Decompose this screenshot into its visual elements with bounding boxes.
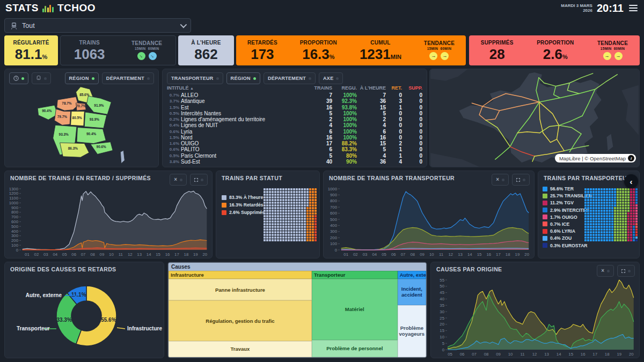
treemap-cell[interactable]: Incident, accident [398,279,426,305]
svg-text:13: 13 [137,252,142,257]
causes-treemap[interactable]: Causes InfrastructurePanne infrastructur… [168,262,427,358]
table-row[interactable]: 0.2%Lignes d'aménagement du territoire21… [167,116,422,122]
column-trains[interactable]: TRAINS [313,85,332,91]
table-row[interactable]: 1.5%Nord16100%1600 [167,135,422,141]
svg-text:20: 20 [440,322,444,327]
origine-donut-chart[interactable]: 55.6%33.3%11.1% [5,273,164,358]
svg-text:14: 14 [467,252,472,257]
svg-text:80.5%: 80.5% [72,116,82,120]
transporteur-waffle-chart[interactable] [584,188,638,241]
treemap-group[interactable]: Autre, externeIncident, accidentProblème… [398,271,426,357]
kpi-trains: TRAINS 1063 TENDANCE 15MIN 60MIN → → [60,35,176,65]
kpi-regularite: RÉGULARITÉ 81.1% [4,35,58,65]
table-row[interactable]: 0.5%Intercités Nantes5100%500 [167,110,422,116]
svg-text:19: 19 [617,352,621,357]
table-row[interactable]: 0.4%Lignes de NUIT4100%400 [167,122,422,128]
treemap-cell[interactable]: Matériel [312,279,398,340]
table-filter-departement[interactable]: DÉPARTEMENT [264,72,316,84]
svg-text:700: 700 [11,215,19,219]
table-row[interactable]: 3.7%Atlantique3992.3%3630 [167,98,422,104]
legend-item: 16.3% Retardés [222,202,265,208]
table-filter-region[interactable]: RÉGION [226,72,260,84]
svg-text:800: 800 [11,210,19,215]
treemap-group-header[interactable]: Transporteur [312,271,398,279]
svg-text:1200: 1200 [9,191,19,196]
current-date: MARDI 3 MARS2026 [561,3,592,13]
svg-text:800: 800 [330,198,338,203]
train-icon [36,76,41,81]
scope-select-value: Tout [22,22,35,29]
panel-france-map: RÉGION DÉPARTEMENT 85.6%78.7%70.7%91.9%9… [4,69,159,167]
panel-transporteur-evolution: NOMBRE DE TRAINS PAR TRANSPORTEUR × 0100… [323,171,535,258]
treemap-cell[interactable]: Travaux [169,341,312,357]
svg-text:600: 600 [11,219,19,224]
treemap-cell[interactable]: Régulation, gestion du trafic [169,300,312,341]
svg-text:18: 18 [605,352,610,357]
toggle-regularity-view-button[interactable] [9,72,28,84]
table-filter-axe[interactable]: AXE [319,72,343,84]
map-departement-button[interactable]: DÉPARTEMENT [102,72,154,84]
rail-network-map[interactable] [430,69,639,167]
transporteur-evolution-chart[interactable]: 0100200300400500600700800900100001020304… [325,186,532,257]
table-row[interactable]: 1.6%OUIGO1788.2%1520 [167,141,422,146]
column-supp[interactable]: SUPP. [402,85,422,91]
table-row[interactable]: 0.6%PALITO683.3%510 [167,146,422,152]
svg-text:93.3%: 93.3% [59,132,69,136]
svg-text:86.3%: 86.3% [68,146,78,150]
treemap-cell[interactable]: Problème de personnel [312,340,398,357]
treemap-cell[interactable]: Panne infrastructure [169,279,312,300]
column-alheure[interactable]: À L'HEURE [357,85,386,91]
column-intitule[interactable]: INTITULÉ ▲ [167,85,313,91]
svg-text:11: 11 [521,352,525,357]
svg-text:1300: 1300 [9,187,19,191]
table-row[interactable]: 0.5%Paris Clermont580%410 [167,153,422,159]
table-row[interactable]: 0.7%ALLEO7100%700 [167,92,422,98]
treemap-group[interactable]: InfrastructurePanne infrastructureRégula… [169,271,312,357]
column-regu[interactable]: REGU. [332,85,357,91]
table-row[interactable]: 3.8%Sud-Est4090%3640 [167,159,422,165]
table-header: INTITULÉ ▲ TRAINS REGU. À L'HEURE RET. S… [167,85,422,91]
donut-label-infrastructure: Infrastructure [127,326,162,331]
panel-title: TRAINS PAR TRANSPORTEUR [544,175,631,181]
treemap-group-header[interactable]: Autre, externe [398,271,426,279]
table-filter-transporteur[interactable]: TRANSPORTEUR [167,72,223,84]
scope-select[interactable]: Tout [4,18,191,33]
svg-text:19: 19 [515,252,520,257]
drawer-collapse-button[interactable]: ‹ [624,174,638,188]
kpi-retardes: RETARDÉS 173 PROPORTION 16.3% CUMUL 1231… [236,35,466,65]
panel-rail-network-map[interactable]: MapLibre | © OpenStreetMap i [429,69,640,167]
treemap-group[interactable]: TransporteurMatérielProblème de personne… [312,271,398,357]
svg-text:0: 0 [442,348,445,352]
svg-text:600: 600 [330,211,338,216]
chart-scale-toggle-button[interactable]: × [597,265,614,277]
trains-evolution-chart[interactable]: 0100200300400500600700800900100011001200… [6,186,210,257]
svg-text:400: 400 [330,223,338,228]
causes-origine-chart[interactable]: 0510152025303540455055050607080910111213… [433,277,638,357]
svg-text:11.1%: 11.1% [71,292,86,298]
tendance-label: TENDANCE [131,41,162,46]
chart-scale-toggle-button[interactable]: × [492,174,509,186]
column-ret[interactable]: RET. [386,85,402,91]
table-row[interactable]: 0.6%Lyria6100%600 [167,129,422,135]
svg-text:04: 04 [53,252,57,257]
chart-scale-toggle-button[interactable]: × [170,174,187,186]
chart-expand-toggle-button[interactable] [190,174,208,186]
map-region-button[interactable]: RÉGION [65,72,99,84]
svg-text:300: 300 [11,233,19,238]
table-row[interactable]: 1.5%Est1693.8%1510 [167,105,422,110]
france-choropleth-map[interactable]: 85.6%78.7%70.7%91.9%90.4%79.7%80.5%93.9%… [26,85,138,166]
svg-text:0: 0 [335,248,338,253]
chart-expand-toggle-button[interactable] [617,265,635,277]
info-icon[interactable]: i [628,155,634,161]
svg-text:09: 09 [420,252,425,257]
hamburger-menu-icon[interactable] [628,4,639,12]
chart-expand-toggle-button[interactable] [512,174,530,186]
statut-waffle-chart[interactable] [264,188,317,241]
current-time: 20:11 [597,2,624,14]
treemap-cell[interactable]: Problème voyageurs [398,305,426,357]
chevron-down-icon [180,21,187,28]
toggle-trains-view-button[interactable] [32,72,51,84]
svg-text:12: 12 [128,252,133,257]
treemap-group-header[interactable]: Infrastructure [169,271,312,279]
svg-text:05: 05 [62,252,67,257]
